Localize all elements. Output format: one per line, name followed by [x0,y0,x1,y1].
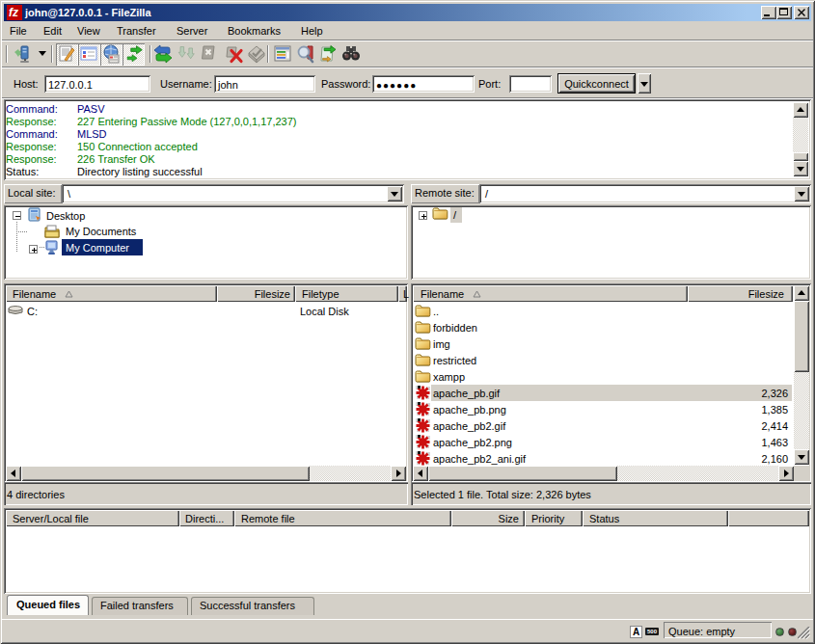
svg-text:fz: fz [9,6,18,19]
